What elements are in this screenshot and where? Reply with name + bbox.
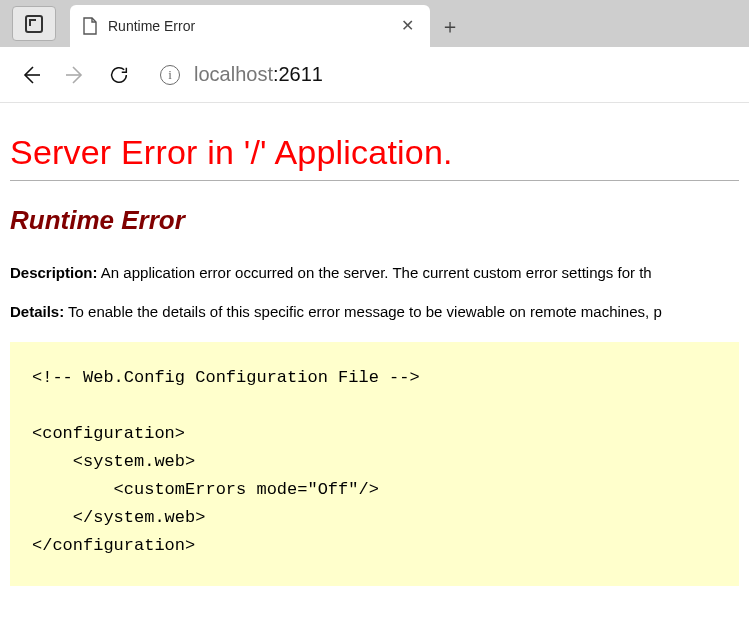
- address-port: :2611: [273, 63, 323, 85]
- description-paragraph: Description: An application error occurr…: [10, 264, 739, 281]
- page-content: Server Error in '/' Application. Runtime…: [0, 103, 749, 586]
- new-tab-button[interactable]: ＋: [430, 5, 470, 47]
- sidebar-icon: [25, 15, 43, 33]
- reload-button[interactable]: [106, 62, 132, 88]
- server-error-heading: Server Error in '/' Application.: [10, 133, 739, 172]
- edge-app-button[interactable]: [12, 6, 56, 41]
- file-icon: [82, 17, 98, 35]
- forward-button[interactable]: [62, 62, 88, 88]
- runtime-error-heading: Runtime Error: [10, 205, 739, 236]
- description-label: Description:: [10, 264, 98, 281]
- tab-title: Runtime Error: [108, 18, 387, 34]
- address-host: localhost: [194, 63, 273, 85]
- details-label: Details:: [10, 303, 64, 320]
- address-text: localhost:2611: [194, 63, 323, 86]
- description-text: An application error occurred on the ser…: [98, 264, 652, 281]
- config-code-block: <!-- Web.Config Configuration File --> <…: [10, 342, 739, 586]
- site-info-icon[interactable]: i: [160, 65, 180, 85]
- details-paragraph: Details: To enable the details of this s…: [10, 303, 739, 320]
- details-text: To enable the details of this specific e…: [64, 303, 662, 320]
- browser-toolbar: i localhost:2611: [0, 47, 749, 103]
- address-bar[interactable]: i localhost:2611: [150, 63, 731, 86]
- browser-tab-strip: Runtime Error ✕ ＋: [0, 0, 749, 47]
- browser-tab[interactable]: Runtime Error ✕: [70, 5, 430, 47]
- close-tab-button[interactable]: ✕: [397, 14, 418, 38]
- back-button[interactable]: [18, 62, 44, 88]
- divider: [10, 180, 739, 181]
